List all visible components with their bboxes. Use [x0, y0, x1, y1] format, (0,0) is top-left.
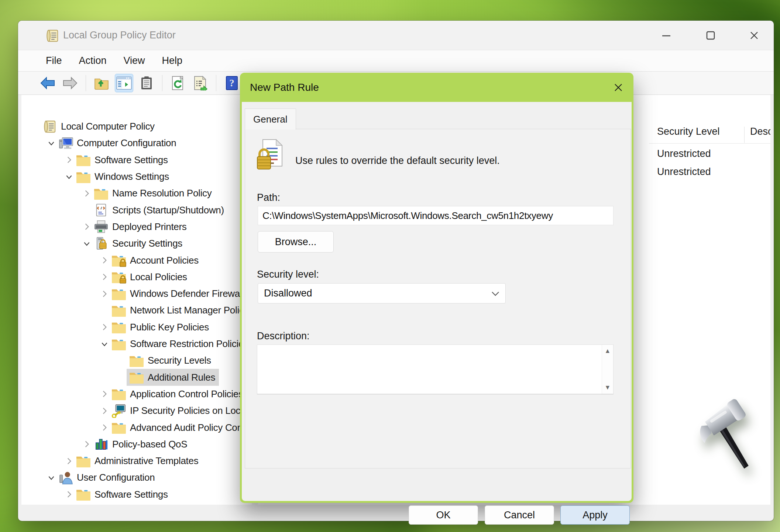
cancel-button[interactable]: Cancel: [485, 505, 554, 525]
maximize-button[interactable]: [699, 27, 722, 44]
back-button[interactable]: [39, 74, 56, 92]
close-icon[interactable]: [743, 27, 766, 44]
tree-item-local-computer-policy[interactable]: Local Computer Policy: [40, 118, 252, 135]
menu-item-help[interactable]: Help: [154, 55, 191, 66]
tree-item-content[interactable]: Software Restriction Policies: [109, 336, 252, 353]
tree-item-policy-based-qos[interactable]: Policy-based QoS: [40, 436, 252, 453]
tree-item-software-settings[interactable]: Software Settings: [40, 486, 252, 503]
tree-item-content[interactable]: Account Policies: [109, 252, 202, 269]
user-config-icon: [58, 470, 73, 485]
description-scrollbar[interactable]: ▲ ▼: [602, 345, 613, 394]
tree-item-deployed-printers[interactable]: Deployed Printers: [40, 219, 252, 235]
menu-item-view[interactable]: View: [115, 55, 154, 66]
paste-button[interactable]: [138, 74, 155, 92]
tree-item-content[interactable]: Security Levels: [127, 352, 215, 369]
tree-item-label: Software Restriction Policies: [130, 338, 248, 350]
tree-item-application-control-policies[interactable]: Application Control Policies: [40, 386, 252, 402]
tree-item-content[interactable]: Windows Defender Firewall w: [109, 285, 252, 302]
tree-item-label: Advanced Audit Policy Config: [130, 422, 252, 433]
list-row[interactable]: Unrestricted: [657, 148, 711, 159]
tree-item-ip-security-policies-on-local-c[interactable]: IP Security Policies on Local C: [40, 402, 252, 419]
scroll-down-icon[interactable]: ▼: [602, 382, 613, 393]
tree-item-security-settings[interactable]: Security Settings: [40, 235, 252, 252]
column-header-description[interactable]: Description: [750, 126, 770, 137]
tree-item-network-list-manager-policie[interactable]: Network List Manager Policie: [40, 302, 252, 319]
refresh-icon: [171, 76, 185, 90]
menu-item-action[interactable]: Action: [71, 55, 115, 66]
tree-item-computer-configuration[interactable]: Computer Configuration: [40, 135, 252, 151]
description-textarea[interactable]: [257, 345, 602, 394]
tree-item-content[interactable]: Security Settings: [91, 235, 186, 252]
back-arrow-icon: [39, 77, 56, 89]
folder-icon: [93, 186, 109, 201]
tree-item-account-policies[interactable]: Account Policies: [40, 252, 252, 268]
export-list-button[interactable]: [192, 74, 209, 92]
tab-general[interactable]: General: [245, 109, 296, 130]
tree-item-content[interactable]: User Configuration: [56, 469, 158, 486]
tree-item-content[interactable]: Administrative Templates: [73, 453, 202, 470]
policy-scroll-icon: [42, 119, 58, 134]
dialog-title: New Path Rule: [250, 73, 319, 102]
security-level-select[interactable]: Disallowed: [258, 283, 506, 303]
folder-icon: [111, 286, 127, 301]
tree-item-user-configuration[interactable]: User Configuration: [40, 469, 252, 486]
minimize-button[interactable]: [655, 27, 678, 44]
tree-item-label: Windows Settings: [95, 171, 169, 182]
tree-item-content[interactable]: Windows Settings: [73, 168, 173, 185]
tree-item-windows-defender-firewall-w[interactable]: Windows Defender Firewall w: [40, 285, 252, 302]
tree-item-content[interactable]: Advanced Audit Policy Config: [109, 419, 252, 436]
tree-item-content[interactable]: Policy-based QoS: [91, 436, 191, 453]
list-row[interactable]: Unrestricted: [657, 166, 711, 178]
help-icon: ?: [226, 76, 238, 90]
path-input[interactable]: [258, 206, 614, 225]
close-icon[interactable]: [611, 80, 626, 95]
tree-item-windows-settings[interactable]: Windows Settings: [40, 168, 252, 185]
tree-item-content[interactable]: Software Settings: [73, 151, 172, 168]
tree-item-content[interactable]: Local Policies: [109, 268, 191, 285]
tree-item-label: Deployed Printers: [112, 221, 187, 233]
tree-item-content[interactable]: Public Key Policies: [109, 319, 213, 336]
svg-text:?: ?: [229, 78, 234, 89]
column-header-security-level[interactable]: Security Level: [657, 126, 720, 137]
menu-item-file[interactable]: File: [37, 55, 71, 66]
tree-item-local-policies[interactable]: Local Policies: [40, 269, 252, 285]
tree-item-advanced-audit-policy-config[interactable]: Advanced Audit Policy Config: [40, 419, 252, 436]
tree-item-content[interactable]: Scripts (Startup/Shutdown): [91, 202, 228, 219]
tree-item-content[interactable]: Application Control Policies: [109, 385, 247, 402]
tree-item-content[interactable]: IP Security Policies on Local C: [109, 402, 252, 419]
scroll-up-icon[interactable]: ▲: [602, 346, 613, 357]
folder-icon: [76, 487, 91, 502]
tree-item-security-levels[interactable]: Security Levels: [40, 352, 252, 369]
tree-item-label: IP Security Policies on Local C: [130, 405, 252, 416]
tree-item-additional-rules[interactable]: Additional Rules: [40, 369, 252, 385]
tree-item-content[interactable]: Network List Manager Policie: [109, 302, 252, 319]
tree-item-scripts-startup-shutdown[interactable]: Scripts (Startup/Shutdown): [40, 202, 252, 218]
show-console-tree-button[interactable]: [115, 74, 133, 92]
console-tree-icon: [116, 76, 132, 90]
folder-icon: [111, 303, 127, 318]
browse-button[interactable]: Browse...: [258, 231, 334, 253]
tree-item-content[interactable]: Local Computer Policy: [40, 118, 158, 135]
tree-item-public-key-policies[interactable]: Public Key Policies: [40, 319, 252, 336]
forward-button[interactable]: [61, 74, 79, 92]
tree-item-label: User Configuration: [77, 472, 155, 483]
tree-item-content[interactable]: Deployed Printers: [91, 218, 190, 235]
refresh-button[interactable]: [169, 74, 187, 92]
tree-item-software-settings[interactable]: Software Settings: [40, 152, 252, 168]
forward-arrow-icon: [62, 77, 78, 89]
help-button[interactable]: ?: [223, 74, 241, 92]
column-separator[interactable]: [744, 127, 745, 143]
tree-item-content[interactable]: Name Resolution Policy: [91, 185, 215, 202]
folder-icon: [111, 320, 127, 334]
up-one-level-button[interactable]: [93, 74, 110, 92]
apply-button[interactable]: Apply: [560, 505, 630, 525]
document-lock-icon: [256, 139, 285, 171]
tree-item-name-resolution-policy[interactable]: Name Resolution Policy: [40, 185, 252, 202]
ok-button[interactable]: OK: [409, 505, 478, 525]
tree-item-label: Security Levels: [148, 355, 211, 366]
tree-item-software-restriction-policies[interactable]: Software Restriction Policies: [40, 336, 252, 352]
tree-selection[interactable]: Additional Rules: [127, 369, 219, 386]
tree-item-administrative-templates[interactable]: Administrative Templates: [40, 453, 252, 469]
tree-item-content[interactable]: Software Settings: [73, 486, 172, 503]
tree-item-content[interactable]: Computer Configuration: [56, 135, 180, 152]
